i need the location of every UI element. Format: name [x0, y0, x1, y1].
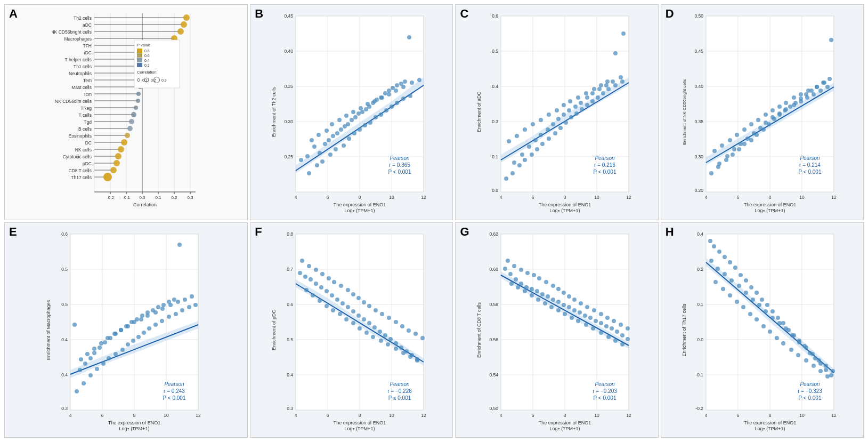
svg-text:0.7: 0.7 — [287, 267, 293, 272]
svg-point-399 — [88, 373, 93, 377]
svg-point-601 — [556, 308, 561, 312]
svg-point-336 — [749, 122, 753, 126]
svg-point-427 — [145, 314, 150, 318]
svg-point-690 — [768, 330, 772, 334]
svg-point-248 — [619, 75, 623, 79]
svg-text:iDC: iDC — [84, 50, 91, 55]
svg-text:The expression of ENO1: The expression of ENO1 — [334, 420, 386, 425]
svg-point-675 — [790, 333, 794, 337]
svg-text:Log₂ (TPM+1): Log₂ (TPM+1) — [344, 426, 375, 431]
svg-point-567 — [594, 319, 598, 323]
svg-point-609 — [613, 339, 618, 343]
svg-point-328 — [812, 92, 816, 97]
svg-text:0.1: 0.1 — [492, 154, 498, 159]
svg-point-152 — [328, 152, 332, 157]
svg-point-346 — [822, 81, 826, 85]
svg-point-256 — [562, 103, 566, 107]
svg-point-643 — [728, 260, 732, 264]
svg-point-405 — [126, 342, 130, 347]
svg-point-575 — [512, 264, 516, 268]
svg-point-71 — [129, 119, 134, 124]
svg-point-569 — [604, 324, 609, 328]
svg-point-159 — [368, 120, 372, 125]
svg-point-501 — [400, 324, 404, 328]
svg-point-257 — [568, 99, 572, 103]
svg-text:10: 10 — [594, 195, 599, 200]
svg-point-587 — [585, 305, 589, 309]
svg-point-694 — [796, 353, 800, 357]
svg-point-175 — [366, 102, 370, 106]
svg-point-258 — [576, 95, 580, 100]
svg-text:0.5: 0.5 — [287, 337, 293, 342]
svg-text:12: 12 — [832, 413, 837, 418]
svg-point-476 — [372, 325, 377, 330]
svg-point-586 — [579, 301, 583, 306]
svg-text:8: 8 — [358, 195, 361, 200]
svg-point-519 — [401, 351, 405, 355]
svg-point-170 — [330, 122, 334, 126]
svg-text:0.40: 0.40 — [695, 84, 704, 89]
svg-point-345 — [815, 85, 819, 89]
svg-text:Enrichment of Macrophages: Enrichment of Macrophages — [46, 300, 51, 360]
svg-text:4: 4 — [294, 413, 297, 418]
svg-point-608 — [606, 335, 611, 339]
panel-g-label: G — [460, 225, 469, 239]
svg-text:10: 10 — [800, 195, 805, 200]
svg-text:10: 10 — [800, 413, 805, 418]
svg-text:r = −0.203: r = −0.203 — [593, 388, 617, 394]
panel-g-svg: 0.62 0.60 0.58 0.56 0.54 0.50 4 6 8 10 1… — [474, 226, 639, 434]
svg-point-165 — [401, 97, 405, 101]
svg-point-222 — [574, 111, 579, 116]
svg-point-604 — [576, 319, 580, 323]
svg-text:0.5: 0.5 — [492, 49, 498, 54]
svg-point-467 — [325, 289, 329, 293]
svg-point-382 — [103, 340, 107, 344]
svg-text:r = −0.323: r = −0.323 — [798, 388, 823, 394]
svg-point-426 — [139, 317, 143, 322]
svg-text:0.4: 0.4 — [61, 372, 68, 377]
svg-point-678 — [810, 352, 815, 356]
svg-text:0.3: 0.3 — [61, 406, 68, 411]
svg-text:8: 8 — [133, 413, 135, 418]
svg-point-653 — [781, 321, 785, 325]
svg-point-245 — [597, 87, 602, 91]
svg-point-553 — [519, 282, 523, 286]
svg-point-347 — [829, 38, 833, 42]
svg-point-333 — [728, 138, 732, 142]
svg-text:0.30: 0.30 — [695, 154, 704, 159]
panel-g: G — [455, 222, 658, 438]
svg-text:0.50: 0.50 — [490, 406, 499, 411]
svg-rect-100 — [137, 58, 142, 62]
svg-text:0.25: 0.25 — [284, 154, 293, 159]
svg-point-379 — [88, 356, 93, 360]
svg-point-389 — [140, 314, 144, 318]
svg-text:Log₂ (TPM+1): Log₂ (TPM+1) — [755, 208, 785, 213]
svg-point-471 — [346, 305, 350, 309]
svg-point-232 — [520, 152, 524, 157]
svg-point-566 — [588, 316, 593, 320]
svg-text:10: 10 — [389, 413, 394, 418]
svg-point-211 — [510, 171, 515, 175]
svg-point-306 — [788, 105, 792, 109]
svg-text:P < 0.001: P < 0.001 — [799, 395, 822, 401]
svg-text:12: 12 — [626, 195, 631, 200]
svg-point-261 — [599, 83, 603, 87]
svg-point-592 — [619, 323, 623, 327]
panel-a-label: A — [9, 7, 18, 21]
svg-point-398 — [82, 381, 86, 385]
svg-point-512 — [351, 321, 355, 325]
svg-point-402 — [107, 356, 111, 360]
svg-point-671 — [764, 309, 768, 314]
svg-point-672 — [770, 316, 775, 320]
panel-d-label: D — [666, 7, 674, 21]
svg-point-250 — [515, 134, 519, 138]
svg-point-79 — [103, 173, 112, 181]
svg-point-122 — [299, 158, 303, 162]
svg-text:The expression of ENO1: The expression of ENO1 — [334, 202, 386, 207]
svg-point-167 — [310, 138, 314, 142]
svg-point-571 — [615, 330, 619, 334]
svg-point-400 — [95, 367, 99, 371]
svg-point-149 — [307, 171, 311, 175]
svg-point-67 — [136, 92, 141, 96]
svg-text:12: 12 — [421, 195, 426, 200]
